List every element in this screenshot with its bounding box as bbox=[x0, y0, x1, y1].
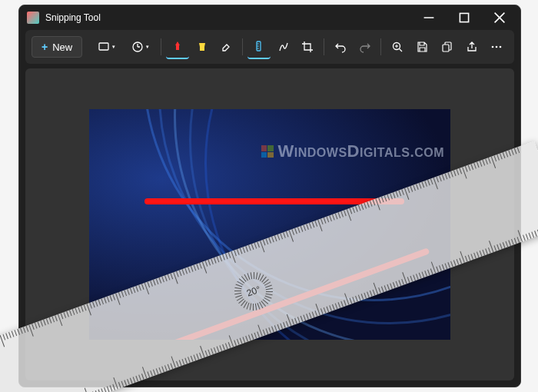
delay-dropdown[interactable]: ▾ bbox=[124, 35, 156, 59]
more-button[interactable] bbox=[485, 35, 508, 59]
svg-rect-4 bbox=[99, 43, 108, 50]
share-button[interactable] bbox=[461, 35, 484, 59]
app-icon bbox=[27, 12, 39, 24]
redo-button[interactable] bbox=[354, 35, 377, 59]
divider bbox=[324, 38, 324, 55]
close-button[interactable] bbox=[482, 5, 517, 30]
svg-marker-8 bbox=[175, 42, 180, 45]
svg-rect-11 bbox=[200, 47, 204, 51]
zoom-button[interactable] bbox=[386, 35, 409, 59]
minimize-button[interactable] bbox=[411, 5, 447, 30]
save-button[interactable] bbox=[410, 35, 433, 59]
svg-rect-1 bbox=[460, 13, 468, 22]
svg-rect-9 bbox=[176, 45, 179, 50]
new-button-label: New bbox=[52, 42, 72, 53]
chevron-down-icon: ▾ bbox=[112, 44, 115, 50]
ruler-tool[interactable] bbox=[247, 35, 271, 59]
divider bbox=[161, 38, 161, 55]
svg-point-23 bbox=[496, 46, 498, 48]
pen-tool[interactable] bbox=[166, 35, 189, 59]
chevron-down-icon: ▾ bbox=[146, 44, 149, 50]
svg-line-18 bbox=[400, 49, 403, 52]
titlebar: Snipping Tool bbox=[19, 5, 520, 30]
copy-button[interactable] bbox=[435, 35, 458, 59]
angle-indicator: 20° bbox=[229, 267, 278, 316]
new-button[interactable]: + New bbox=[32, 36, 82, 58]
eraser-tool[interactable] bbox=[214, 35, 237, 59]
highlighter-tool[interactable] bbox=[191, 35, 214, 59]
svg-marker-10 bbox=[199, 43, 205, 47]
divider bbox=[380, 38, 381, 55]
svg-marker-12 bbox=[223, 45, 229, 51]
toolbar: + New ▾ ▾ bbox=[25, 30, 514, 64]
window-title: Snipping Tool bbox=[45, 12, 101, 23]
windows-logo-icon bbox=[261, 145, 274, 158]
watermark: WINDOWSDIGITALS.COM bbox=[261, 141, 444, 161]
crop-tool[interactable] bbox=[296, 35, 319, 59]
svg-point-24 bbox=[500, 46, 502, 48]
divider bbox=[242, 38, 243, 55]
undo-button[interactable] bbox=[329, 35, 352, 59]
maximize-button[interactable] bbox=[447, 5, 482, 30]
touch-writing-tool[interactable] bbox=[272, 35, 295, 59]
svg-point-22 bbox=[492, 46, 494, 48]
svg-rect-21 bbox=[443, 45, 449, 51]
snip-mode-dropdown[interactable]: ▾ bbox=[90, 35, 122, 59]
plus-icon: + bbox=[42, 41, 48, 53]
